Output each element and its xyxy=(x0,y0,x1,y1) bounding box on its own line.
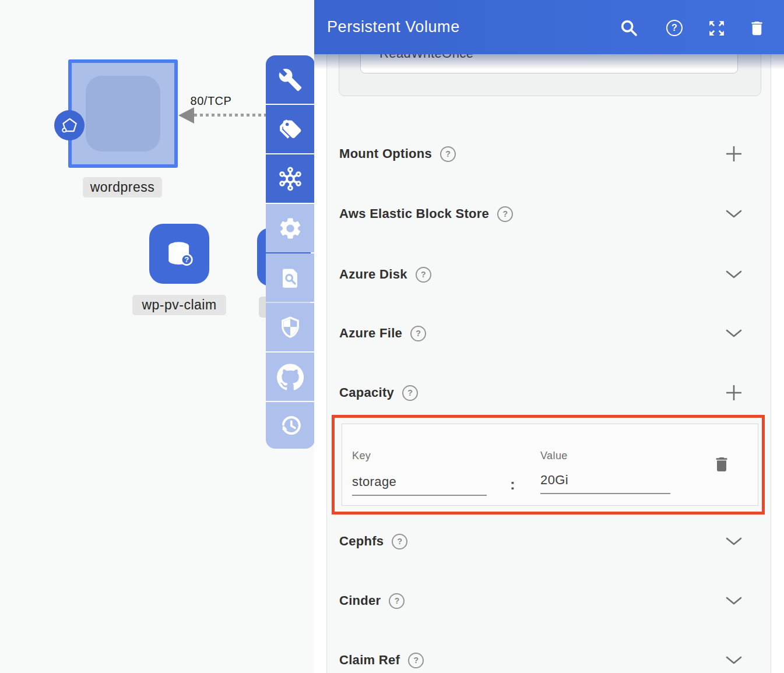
header-shadow xyxy=(314,54,784,69)
toolbar-preview-button[interactable] xyxy=(266,253,315,302)
toolbar-wrench-button[interactable] xyxy=(266,55,315,104)
diagram-canvas[interactable]: 80/TCP wordpress ? wp-pv-claim xyxy=(0,0,314,673)
section-title: Cephfs xyxy=(339,534,384,549)
section-title: Aws Elastic Block Store xyxy=(339,206,489,221)
capacity-value-input[interactable]: 20Gi xyxy=(540,473,670,494)
help-icon[interactable] xyxy=(408,653,424,668)
help-icon xyxy=(666,20,683,36)
section-cephfs: Cephfs xyxy=(339,529,760,554)
section-azure-file: Azure File xyxy=(339,321,760,346)
gear-icon xyxy=(277,216,303,241)
search-icon xyxy=(619,18,639,38)
persistent-volume-panel: ReadWriteOnce Mount Options Aws Elastic … xyxy=(314,0,784,673)
toolbar-tag-button[interactable] xyxy=(266,105,315,153)
section-title: Capacity xyxy=(339,385,394,400)
section-title: Cinder xyxy=(339,593,381,608)
expand-button[interactable] xyxy=(725,265,743,284)
node-label-wordpress: wordpress xyxy=(83,177,162,198)
toolbar-security-button[interactable] xyxy=(266,303,315,351)
svg-text:?: ? xyxy=(184,255,189,264)
panel-header: Persistent Volume xyxy=(314,0,784,54)
help-icon[interactable] xyxy=(497,206,513,222)
toolbar-hub-button[interactable] xyxy=(266,154,315,203)
section-azure-disk: Azure Disk xyxy=(339,262,760,287)
help-icon[interactable] xyxy=(410,326,426,341)
history-icon xyxy=(277,413,303,438)
trash-icon xyxy=(748,19,766,38)
edge-dotted-line xyxy=(194,114,267,117)
panel-title: Persistent Volume xyxy=(327,18,460,36)
help-icon[interactable] xyxy=(389,593,405,609)
capacity-key-value-card: Key storage : Value 20Gi xyxy=(342,424,758,506)
help-icon[interactable] xyxy=(392,534,407,549)
delete-resource-button[interactable] xyxy=(746,17,768,39)
tag-icon xyxy=(277,117,303,142)
section-capacity: Capacity xyxy=(339,380,760,405)
section-title: Claim Ref xyxy=(339,653,400,668)
node-label-wp-pv-claim: wp-pv-claim xyxy=(132,295,226,315)
capacity-key-input[interactable]: storage xyxy=(352,474,487,496)
expand-button[interactable] xyxy=(725,205,743,223)
expand-panel-button[interactable] xyxy=(705,17,727,39)
capacity-highlight-annotation: Key storage : Value 20Gi xyxy=(332,415,765,515)
pod-badge[interactable] xyxy=(54,110,85,140)
panel-form-body: ReadWriteOnce Mount Options Aws Elastic … xyxy=(326,0,771,673)
section-title: Azure Disk xyxy=(339,267,407,282)
value-label: Value xyxy=(540,450,568,462)
document-search-icon xyxy=(277,265,303,291)
help-button[interactable] xyxy=(663,17,685,39)
github-icon xyxy=(277,364,304,390)
add-button[interactable] xyxy=(725,145,743,163)
chevron-down-icon xyxy=(725,656,743,665)
node-wordpress-body xyxy=(86,76,160,151)
chevron-down-icon xyxy=(725,329,743,338)
toolbar-history-button[interactable] xyxy=(266,402,315,449)
delete-entry-button[interactable] xyxy=(712,454,731,474)
toolbar-settings-button[interactable] xyxy=(266,204,315,252)
expand-button[interactable] xyxy=(725,532,743,551)
add-button[interactable] xyxy=(725,383,743,402)
app: 80/TCP wordpress ? wp-pv-claim xyxy=(0,0,784,673)
edge-arrowhead-icon xyxy=(178,107,194,124)
expand-button[interactable] xyxy=(725,324,743,343)
expand-button[interactable] xyxy=(725,651,743,670)
chevron-down-icon xyxy=(725,537,743,546)
section-claim-ref: Claim Ref xyxy=(339,648,760,672)
section-title: Azure File xyxy=(339,326,402,341)
expand-icon xyxy=(707,19,726,38)
node-wordpress[interactable] xyxy=(68,59,178,168)
edge-port-label: 80/TCP xyxy=(185,94,237,108)
chevron-down-icon xyxy=(725,270,743,279)
node-wp-pv-claim[interactable]: ? xyxy=(149,224,209,284)
hub-icon xyxy=(277,165,304,192)
help-icon[interactable] xyxy=(440,146,456,162)
section-title: Mount Options xyxy=(339,146,432,161)
section-mount-options: Mount Options xyxy=(339,142,760,166)
canvas-toolbar xyxy=(266,55,315,449)
trash-icon xyxy=(712,454,731,474)
pod-pentagon-icon xyxy=(59,115,80,136)
wrench-icon xyxy=(278,68,303,92)
chevron-down-icon xyxy=(725,209,743,219)
search-button[interactable] xyxy=(618,17,640,39)
help-icon[interactable] xyxy=(416,267,431,283)
key-value-separator: : xyxy=(510,475,515,494)
section-cinder: Cinder xyxy=(339,589,760,613)
toolbar-github-button[interactable] xyxy=(266,353,315,401)
expand-button[interactable] xyxy=(725,591,743,610)
chevron-down-icon xyxy=(725,596,743,605)
plus-icon xyxy=(725,145,743,163)
section-aws-ebs: Aws Elastic Block Store xyxy=(339,202,760,226)
database-icon: ? xyxy=(161,236,198,272)
plus-icon xyxy=(725,384,743,401)
key-label: Key xyxy=(352,450,371,462)
shield-icon xyxy=(277,315,303,340)
help-icon[interactable] xyxy=(402,385,418,401)
